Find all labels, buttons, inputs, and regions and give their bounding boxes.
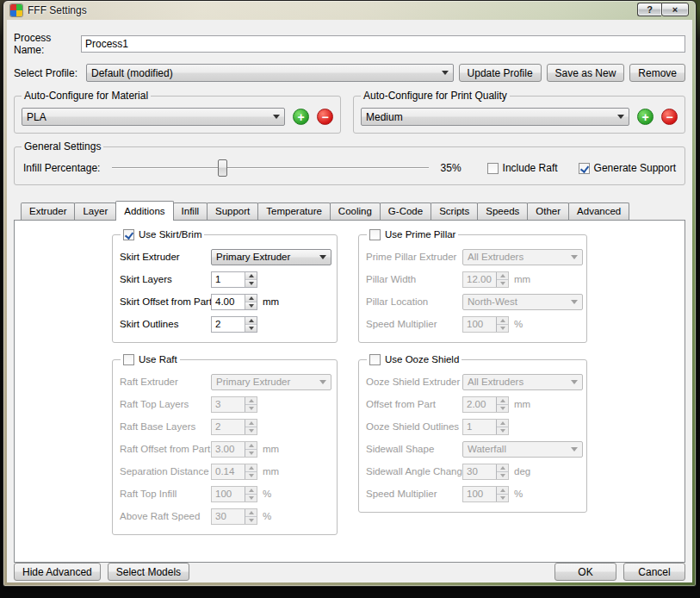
select-models-button[interactable]: Select Models (108, 563, 189, 581)
use-raft-checkbox[interactable]: Use Raft (121, 353, 180, 365)
ok-button[interactable]: OK (554, 563, 616, 581)
field-row-skirt-outlines: Skirt Outlines2 (113, 313, 337, 335)
plus-icon: + (297, 111, 304, 123)
spin-up-icon (245, 509, 257, 517)
spin-down-icon (497, 472, 508, 479)
tab-support[interactable]: Support (207, 202, 258, 220)
spin-buttons (496, 397, 508, 412)
tab-infill[interactable]: Infill (173, 202, 208, 220)
update-profile-button[interactable]: Update Profile (459, 64, 542, 82)
tab-scripts[interactable]: Scripts (431, 202, 478, 220)
checkbox-label: Generate Support (594, 162, 676, 174)
help-button[interactable]: ? (637, 3, 661, 16)
hide-advanced-button[interactable]: Hide Advanced (14, 563, 101, 581)
spin-value: 3 (212, 397, 245, 412)
spin-buttons (245, 397, 257, 412)
profile-combo[interactable]: Default (modified) (86, 64, 454, 82)
unit-label: mm (263, 466, 279, 477)
add-quality-button[interactable]: + (637, 109, 654, 125)
left-column: Use Skirt/BrimSkirt ExtruderPrimary Extr… (112, 234, 338, 562)
infill-percentage-value: 35% (441, 162, 467, 174)
field-label: Prime Pillar Extruder (366, 252, 462, 262)
field-label: Raft Top Infill (120, 489, 211, 499)
tab-additions[interactable]: Additions (115, 201, 173, 221)
field-row-separation-distance: Separation Distance0.14mm (113, 460, 337, 483)
remove-quality-button[interactable]: − (661, 109, 678, 125)
spin-down-icon[interactable] (245, 302, 257, 309)
use-prime-pillar-checkbox[interactable]: Use Prime Pillar (367, 228, 458, 240)
spin-up-icon (497, 397, 508, 405)
tab-g-code[interactable]: G-Code (380, 202, 431, 220)
checkbox-icon (369, 354, 381, 365)
close-button[interactable]: × (661, 3, 689, 16)
field-row-sidewall-shape: Sidewall ShapeWaterfall (359, 438, 586, 460)
material-combo[interactable]: PLA (22, 108, 285, 126)
sidewall-angle-change-spinbox: 30 (462, 464, 509, 480)
remove-profile-button[interactable]: Remove (629, 64, 685, 82)
sidewall-shape-combo: Waterfall (462, 441, 583, 458)
infill-slider[interactable] (112, 159, 428, 177)
unit-label: % (263, 511, 271, 521)
raft-top-layers-spinbox: 3 (211, 396, 257, 413)
spin-up-icon[interactable] (245, 272, 257, 280)
minus-icon: − (321, 111, 328, 123)
field-row-pillar-width: Pillar Width12.00mm (359, 268, 586, 290)
spin-value: 1 (463, 420, 496, 434)
skirt-layers-spinbox[interactable]: 1 (211, 271, 257, 288)
tab-content-additions: Use Skirt/BrimSkirt ExtruderPrimary Extr… (14, 220, 685, 563)
field-row-sidewall-angle-change: Sidewall Angle Change30deg (359, 460, 586, 483)
ooze-shield-outlines-spinbox: 1 (462, 419, 509, 435)
process-name-input[interactable]: Process1 (81, 35, 685, 53)
spin-up-icon (245, 420, 257, 427)
add-material-button[interactable]: + (293, 109, 309, 125)
slider-handle[interactable] (218, 159, 227, 177)
spin-down-icon (497, 405, 508, 412)
use-skirt-brim-checkbox[interactable]: Use Skirt/Brim (121, 228, 204, 240)
combo-value: Default (modified) (91, 67, 437, 79)
spin-down-icon[interactable] (245, 280, 257, 287)
use-ooze-shield-checkbox[interactable]: Use Ooze Shield (367, 353, 462, 365)
chevron-down-icon (571, 380, 578, 388)
unit-label: mm (514, 274, 530, 284)
tab-other[interactable]: Other (527, 202, 569, 220)
remove-material-button[interactable]: − (317, 109, 333, 125)
raft-offset-from-part-spinbox: 3.00 (211, 441, 257, 458)
skirt-extruder-combo[interactable]: Primary Extruder (211, 249, 331, 265)
tab-temperature[interactable]: Temperature (257, 202, 331, 220)
title-bar[interactable]: FFF Settings ? × (3, 1, 696, 20)
tab-cooling[interactable]: Cooling (330, 202, 381, 220)
chevron-down-icon (319, 380, 326, 388)
spin-up-icon[interactable] (245, 317, 257, 325)
unit-label: % (514, 489, 523, 499)
tab-advanced[interactable]: Advanced (568, 202, 629, 220)
spin-down-icon[interactable] (245, 325, 257, 332)
field-label: Speed Multiplier (366, 319, 462, 329)
skirt-offset-from-part-spinbox[interactable]: 4.00 (211, 294, 257, 310)
checkbox-icon (369, 229, 381, 240)
tab-speeds[interactable]: Speeds (477, 202, 528, 220)
separation-distance-spinbox: 0.14 (211, 464, 257, 480)
combo-value: All Extruders (468, 252, 566, 262)
include-raft-checkbox[interactable]: Include Raft (487, 162, 558, 174)
skirt-outlines-spinbox[interactable]: 2 (211, 316, 257, 333)
tab-layer[interactable]: Layer (74, 202, 116, 220)
save-as-new-button[interactable]: Save as New (547, 64, 625, 82)
field-row-raft-offset-from-part: Raft Offset from Part3.00mm (113, 438, 337, 460)
spin-buttons (245, 272, 257, 287)
spin-value: 100 (463, 487, 496, 501)
spin-buttons (496, 464, 508, 479)
combo-value: Waterfall (468, 444, 566, 454)
field-row-raft-top-infill: Raft Top Infill100% (113, 483, 337, 505)
combo-value: North-West (468, 296, 566, 307)
footer-buttons: Hide Advanced Select Models OK Cancel (14, 563, 685, 584)
generate-support-checkbox[interactable]: Generate Support (579, 162, 676, 174)
chevron-down-icon (273, 115, 280, 122)
cancel-button[interactable]: Cancel (623, 563, 685, 581)
spin-up-icon[interactable] (245, 295, 257, 302)
field-row-raft-extruder: Raft ExtruderPrimary Extruder (113, 371, 337, 393)
tab-extruder[interactable]: Extruder (21, 202, 75, 220)
spin-value: 0.14 (212, 464, 245, 479)
quality-combo[interactable]: Medium (361, 108, 629, 126)
spin-buttons (245, 442, 257, 457)
combo-value: Primary Extruder (216, 377, 314, 387)
